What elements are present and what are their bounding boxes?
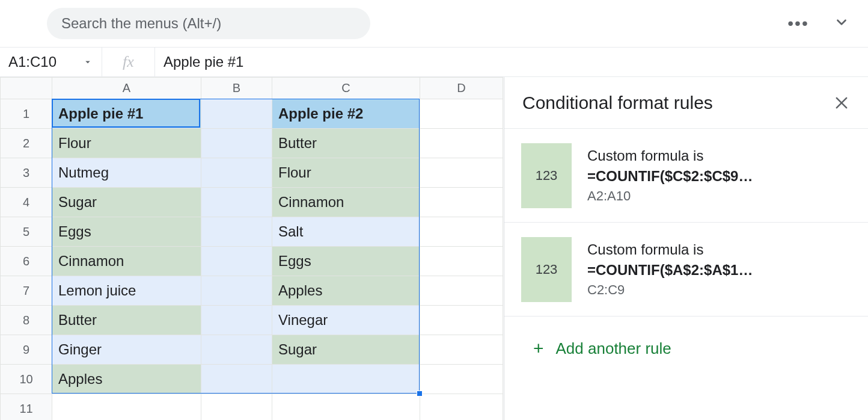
- row-header[interactable]: 5: [1, 217, 52, 247]
- search-input[interactable]: Search the menus (Alt+/): [47, 8, 370, 39]
- cell-B8[interactable]: [201, 306, 272, 335]
- cell-C3[interactable]: Flour: [272, 158, 420, 187]
- cell-C6[interactable]: Eggs: [272, 247, 420, 276]
- cell-D5[interactable]: [420, 217, 503, 246]
- close-icon[interactable]: [833, 94, 850, 111]
- add-rule-label: Add another rule: [556, 339, 671, 358]
- cell-B3[interactable]: [201, 158, 272, 187]
- cell-C5[interactable]: Salt: [272, 217, 420, 246]
- cell-D10[interactable]: [420, 365, 503, 394]
- row-header[interactable]: 1: [1, 99, 52, 129]
- cell-D11[interactable]: [420, 394, 503, 420]
- rule-type-label: Custom formula is: [587, 241, 753, 258]
- row-header[interactable]: 11: [1, 394, 52, 421]
- row-header[interactable]: 4: [1, 188, 52, 217]
- rule-preview-swatch: 123: [521, 237, 572, 302]
- column-header[interactable]: D: [420, 78, 503, 99]
- cell-B11[interactable]: [201, 394, 272, 420]
- rule-description: Custom formula is =COUNTIF($C$2:$C$9… A2…: [587, 147, 753, 204]
- panel-header: Conditional format rules: [504, 77, 868, 129]
- name-box-value: A1:C10: [8, 54, 82, 70]
- row-header[interactable]: 8: [1, 306, 52, 335]
- panel-title: Conditional format rules: [522, 93, 833, 113]
- cell-D3[interactable]: [420, 158, 503, 187]
- formula-input[interactable]: Apple pie #1: [155, 54, 252, 70]
- cell-C8[interactable]: Vinegar: [272, 306, 420, 335]
- cell-C9[interactable]: Sugar: [272, 335, 420, 364]
- rule-formula: =COUNTIF($C$2:$C$9…: [587, 168, 753, 185]
- cell-C2[interactable]: Butter: [272, 129, 420, 158]
- column-header[interactable]: A: [52, 78, 201, 99]
- cell-A7[interactable]: Lemon juice: [52, 276, 201, 305]
- cell-B5[interactable]: [201, 217, 272, 246]
- caret-down-icon[interactable]: [82, 57, 93, 67]
- row-header[interactable]: 3: [1, 158, 52, 188]
- expand-toolbar-button[interactable]: [827, 9, 856, 38]
- cell-C10[interactable]: [272, 365, 420, 394]
- row-header[interactable]: 6: [1, 247, 52, 276]
- rule-description: Custom formula is =COUNTIF($A$2:$A$1… C2…: [587, 241, 753, 298]
- chevron-down-icon: [834, 14, 849, 32]
- select-all-corner[interactable]: [1, 78, 52, 99]
- cell-B10[interactable]: [201, 365, 272, 394]
- rule-type-label: Custom formula is: [587, 147, 753, 164]
- cell-C7[interactable]: Apples: [272, 276, 420, 305]
- cell-D7[interactable]: [420, 276, 503, 305]
- plus-icon: +: [533, 338, 544, 359]
- cell-B7[interactable]: [201, 276, 272, 305]
- cell-A9[interactable]: Ginger: [52, 335, 201, 364]
- cell-C11[interactable]: [272, 394, 420, 420]
- cell-A5[interactable]: Eggs: [52, 217, 201, 246]
- fx-icon: fx: [102, 48, 155, 76]
- row-header[interactable]: 9: [1, 335, 52, 365]
- add-rule-button[interactable]: + Add another rule: [504, 317, 868, 359]
- cell-A10[interactable]: Apples: [52, 365, 201, 394]
- cell-D6[interactable]: [420, 247, 503, 276]
- cell-A6[interactable]: Cinnamon: [52, 247, 201, 276]
- rule-preview-swatch: 123: [521, 143, 572, 208]
- cell-A1[interactable]: Apple pie #1: [52, 99, 201, 128]
- cell-A4[interactable]: Sugar: [52, 188, 201, 217]
- cell-A8[interactable]: Butter: [52, 306, 201, 335]
- cell-B4[interactable]: [201, 188, 272, 217]
- format-rule[interactable]: 123 Custom formula is =COUNTIF($A$2:$A$1…: [504, 223, 868, 317]
- cell-C1[interactable]: Apple pie #2: [272, 99, 420, 128]
- row-header[interactable]: 10: [1, 365, 52, 394]
- cell-B2[interactable]: [201, 129, 272, 158]
- ellipsis-icon: •••: [787, 14, 808, 33]
- cell-D2[interactable]: [420, 129, 503, 158]
- cell-A11[interactable]: [52, 394, 201, 420]
- rule-range: C2:C9: [587, 282, 753, 298]
- column-header[interactable]: C: [272, 78, 420, 99]
- cell-D1[interactable]: [420, 99, 503, 128]
- cell-A2[interactable]: Flour: [52, 129, 201, 158]
- spreadsheet-grid[interactable]: ABCD 1Apple pie #1Apple pie #22FlourButt…: [0, 77, 504, 420]
- cell-C4[interactable]: Cinnamon: [272, 188, 420, 217]
- cell-B6[interactable]: [201, 247, 272, 276]
- more-icon[interactable]: •••: [784, 9, 813, 38]
- rule-range: A2:A10: [587, 188, 753, 204]
- name-box[interactable]: A1:C10: [0, 48, 102, 76]
- column-header[interactable]: B: [201, 78, 272, 99]
- cell-D9[interactable]: [420, 335, 503, 364]
- cell-D4[interactable]: [420, 188, 503, 217]
- conditional-format-panel: Conditional format rules 123 Custom form…: [504, 77, 868, 420]
- row-header[interactable]: 2: [1, 129, 52, 158]
- cell-A3[interactable]: Nutmeg: [52, 158, 201, 187]
- search-placeholder: Search the menus (Alt+/): [61, 15, 221, 32]
- rule-formula: =COUNTIF($A$2:$A$1…: [587, 262, 753, 279]
- cell-B1[interactable]: [201, 99, 272, 128]
- cell-D8[interactable]: [420, 306, 503, 335]
- row-header[interactable]: 7: [1, 276, 52, 306]
- toolbar: Search the menus (Alt+/) •••: [0, 0, 868, 47]
- format-rule[interactable]: 123 Custom formula is =COUNTIF($C$2:$C$9…: [504, 129, 868, 223]
- formula-bar-row: A1:C10 fx Apple pie #1: [0, 47, 868, 77]
- cell-B9[interactable]: [201, 335, 272, 364]
